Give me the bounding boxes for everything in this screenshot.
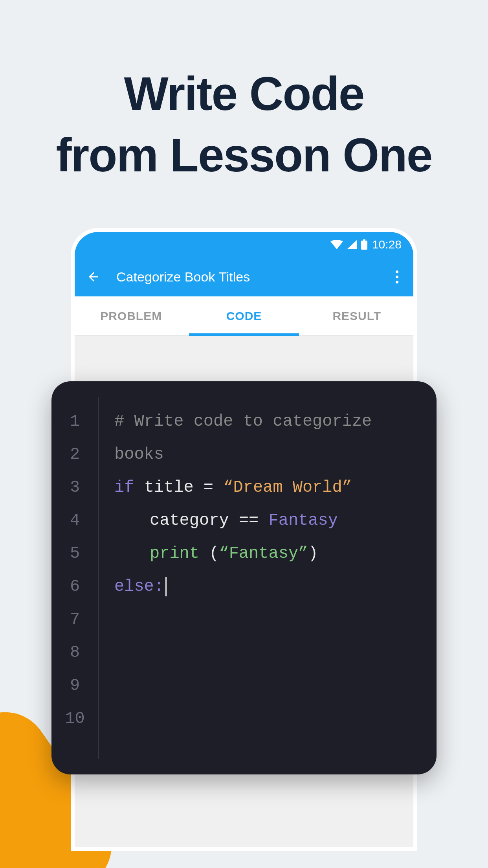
status-time: 10:28 <box>372 238 402 251</box>
status-icons <box>330 239 367 250</box>
svg-rect-0 <box>361 241 367 250</box>
code-content[interactable]: # Write code to categorize books if titl… <box>99 397 437 759</box>
headline-line-1: Write Code <box>124 67 364 120</box>
line-number: 9 <box>70 669 80 702</box>
page-headline: Write Code from Lesson One <box>0 0 488 186</box>
tab-result[interactable]: RESULT <box>301 296 413 335</box>
line-number: 6 <box>70 570 80 603</box>
app-bar: Categorize Book Titles <box>75 257 413 296</box>
code-editor[interactable]: 1 2 3 4 5 6 7 8 9 10 # Write code to cat… <box>51 381 437 774</box>
wifi-icon <box>330 240 343 249</box>
tab-problem[interactable]: PROBLEM <box>75 296 187 335</box>
more-vertical-icon <box>396 270 398 273</box>
status-bar: 10:28 <box>75 232 413 257</box>
app-bar-title: Categorize Book Titles <box>116 269 377 285</box>
text-cursor <box>165 577 167 596</box>
line-number: 10 <box>65 702 84 735</box>
code-line-5: print (“Fantasy”) <box>114 537 421 570</box>
arrow-left-icon <box>86 270 101 284</box>
code-line-6: else: <box>114 570 421 603</box>
line-number: 3 <box>70 471 80 504</box>
line-number-gutter: 1 2 3 4 5 6 7 8 9 10 <box>51 397 99 759</box>
line-number: 7 <box>70 603 80 636</box>
line-number: 2 <box>70 438 80 471</box>
tab-code[interactable]: CODE <box>187 296 300 335</box>
svg-rect-1 <box>363 239 365 241</box>
line-number: 5 <box>70 537 80 570</box>
headline-line-2: from Lesson One <box>56 129 432 181</box>
tab-bar: PROBLEM CODE RESULT <box>75 296 413 336</box>
line-number: 8 <box>70 636 80 669</box>
line-number: 1 <box>70 405 80 438</box>
phone-mockup: 10:28 Categorize Book Titles PROBLEM COD… <box>75 232 413 847</box>
back-button[interactable] <box>86 270 101 284</box>
code-line-3: if title = “Dream World” <box>114 471 421 504</box>
code-line-1: # Write code to categorize books <box>114 405 421 471</box>
code-line-4: category == Fantasy <box>114 504 421 537</box>
battery-icon <box>361 239 367 250</box>
signal-icon <box>347 240 357 249</box>
line-number: 4 <box>70 504 80 537</box>
more-menu-button[interactable] <box>393 267 402 287</box>
